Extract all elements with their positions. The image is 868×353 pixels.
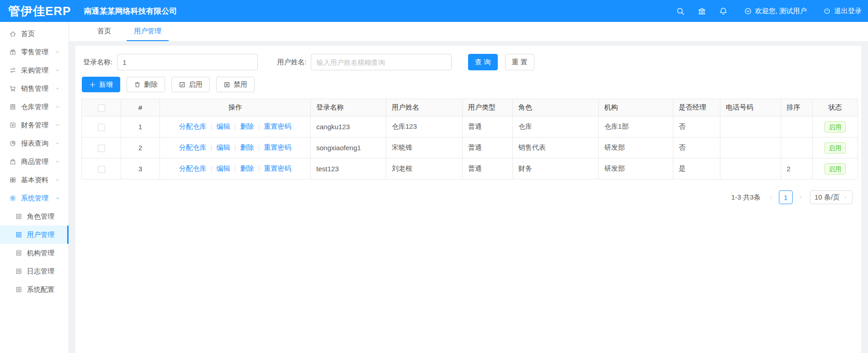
bell-icon[interactable] — [719, 7, 728, 16]
bank-icon[interactable] — [698, 7, 706, 16]
sidebar-item-home[interactable]: 首页 — [0, 25, 69, 43]
sidebar-item-purchase[interactable]: 采购管理 — [0, 61, 69, 79]
tabbar: 首页用户管理 — [69, 22, 868, 41]
col-role: 角色 — [513, 99, 599, 116]
current-page-button[interactable]: 1 — [779, 190, 793, 204]
col-actions: 操作 — [160, 99, 311, 116]
chevron-up-icon — [55, 195, 60, 201]
reset-password-link[interactable]: 重置密码 — [264, 122, 291, 130]
sidebar-item-report[interactable]: 报表查询 — [0, 134, 69, 153]
reset-password-link[interactable]: 重置密码 — [264, 164, 291, 172]
sidebar-item-label: 仓库管理 — [21, 103, 48, 111]
cell-login-name: test123 — [311, 158, 386, 179]
sidebar-item-goods[interactable]: 商品管理 — [0, 153, 69, 171]
select-all-checkbox[interactable] — [98, 105, 105, 112]
cell-user-name: 仓库123 — [386, 116, 463, 137]
sidebar-item-retail[interactable]: 零售管理 — [0, 43, 69, 61]
row-checkbox[interactable] — [98, 124, 105, 131]
cell-index: 3 — [121, 158, 160, 179]
page-size-value: 10 条/页 — [815, 193, 840, 202]
search-icon[interactable] — [676, 7, 685, 16]
content-area: 登录名称: 用户姓名: 查 询 重 置 新增 删除 — [69, 41, 868, 353]
sidebar-subitem-label: 日志管理 — [27, 267, 54, 276]
cell-checkbox — [82, 137, 121, 158]
home-icon — [9, 30, 16, 37]
col-index: # — [121, 99, 160, 116]
app-logo: 管伊佳ERP — [0, 3, 71, 19]
swap-icon — [9, 67, 16, 74]
sidebar-subitem-org[interactable]: 机构管理 — [0, 244, 69, 262]
sidebar-subitem-label: 用户管理 — [27, 231, 54, 239]
cell-actions: 分配仓库|编辑|删除|重置密码 — [160, 116, 311, 137]
sidebar-item-basic[interactable]: 基本资料 — [0, 171, 69, 189]
sidebar-item-warehouse[interactable]: 仓库管理 — [0, 98, 69, 116]
col-org: 机构 — [599, 99, 673, 116]
delete-link[interactable]: 删除 — [240, 122, 254, 130]
cell-user-type: 普通 — [463, 116, 513, 137]
user-menu[interactable]: 欢迎您, 测试用户 — [744, 7, 807, 16]
enable-button-label: 启用 — [189, 80, 202, 89]
sidebar-subitem-log[interactable]: 日志管理 — [0, 262, 69, 280]
cell-role: 财务 — [513, 158, 599, 179]
chevron-down-icon — [843, 195, 848, 200]
cell-checkbox — [82, 116, 121, 137]
col-user-name: 用户姓名 — [386, 99, 463, 116]
cell-role: 销售代表 — [513, 137, 599, 158]
enable-button[interactable]: 启用 — [171, 77, 210, 92]
table-row: 1分配仓库|编辑|删除|重置密码cangku123仓库123普通仓库仓库1部否启… — [82, 116, 858, 137]
bag-icon — [9, 158, 16, 165]
sidebar-item-label: 首页 — [21, 30, 35, 38]
delete-link[interactable]: 删除 — [240, 164, 254, 172]
sidebar-subitem-role[interactable]: 角色管理 — [0, 207, 69, 226]
delete-button[interactable]: 删除 — [127, 77, 165, 92]
user-management-panel: 登录名称: 用户姓名: 查 询 重 置 新增 删除 — [75, 46, 861, 353]
chevron-down-icon — [55, 141, 60, 146]
edit-link[interactable]: 编辑 — [217, 143, 230, 151]
sidebar-item-sales[interactable]: 销售管理 — [0, 79, 69, 98]
row-checkbox[interactable] — [98, 145, 105, 152]
gear-icon — [9, 195, 16, 202]
delete-link[interactable]: 删除 — [240, 143, 254, 151]
delete-button-label: 删除 — [144, 80, 158, 89]
next-page-button[interactable] — [794, 191, 806, 204]
row-checkbox[interactable] — [98, 166, 105, 173]
app-layout: 首页零售管理采购管理销售管理仓库管理财务管理报表查询商品管理基本资料系统管理角色… — [0, 22, 868, 353]
chevron-down-icon — [55, 177, 60, 183]
cell-login-name: songxiaofeng1 — [311, 137, 386, 158]
user-name-input[interactable] — [311, 54, 452, 70]
sidebar-item-label: 基本资料 — [21, 176, 48, 184]
edit-link[interactable]: 编辑 — [217, 122, 230, 130]
x-square-icon — [224, 81, 230, 88]
sidebar-item-system[interactable]: 系统管理 — [0, 189, 69, 207]
cell-role: 仓库 — [513, 116, 599, 137]
assign-warehouse-link[interactable]: 分配仓库 — [179, 164, 207, 172]
sidebar-subitem-user[interactable]: 用户管理 — [0, 226, 69, 244]
edit-link[interactable]: 编辑 — [217, 164, 230, 172]
sidebar-subitem-config[interactable]: 系统配置 — [0, 280, 69, 299]
assign-warehouse-link[interactable]: 分配仓库 — [179, 122, 207, 130]
cell-org: 研发部 — [599, 158, 673, 179]
cell-user-type: 普通 — [463, 158, 513, 179]
logout-button[interactable]: 退出登录 — [823, 7, 862, 16]
page-size-select[interactable]: 10 条/页 — [810, 190, 852, 204]
sidebar-subitem-label: 角色管理 — [27, 212, 54, 221]
chevron-down-icon — [55, 104, 60, 110]
prev-page-button[interactable] — [765, 191, 777, 204]
doc-icon — [15, 231, 22, 238]
reset-password-link[interactable]: 重置密码 — [264, 143, 291, 151]
sidebar-item-finance[interactable]: 财务管理 — [0, 116, 69, 134]
login-name-input[interactable] — [117, 54, 258, 70]
tab-user-management[interactable]: 用户管理 — [127, 22, 169, 41]
trash-icon — [134, 81, 141, 88]
search-button[interactable]: 查 询 — [468, 54, 497, 70]
disable-button-label: 禁用 — [234, 80, 247, 89]
cell-is-manager: 否 — [673, 116, 720, 137]
chevron-down-icon — [55, 122, 60, 128]
col-phone: 电话号码 — [720, 99, 781, 116]
add-button[interactable]: 新增 — [82, 77, 120, 92]
tab-home[interactable]: 首页 — [90, 22, 118, 41]
disable-button[interactable]: 禁用 — [216, 77, 255, 92]
assign-warehouse-link[interactable]: 分配仓库 — [179, 143, 207, 151]
reset-button[interactable]: 重 置 — [505, 54, 534, 70]
link-separator: | — [234, 122, 236, 130]
